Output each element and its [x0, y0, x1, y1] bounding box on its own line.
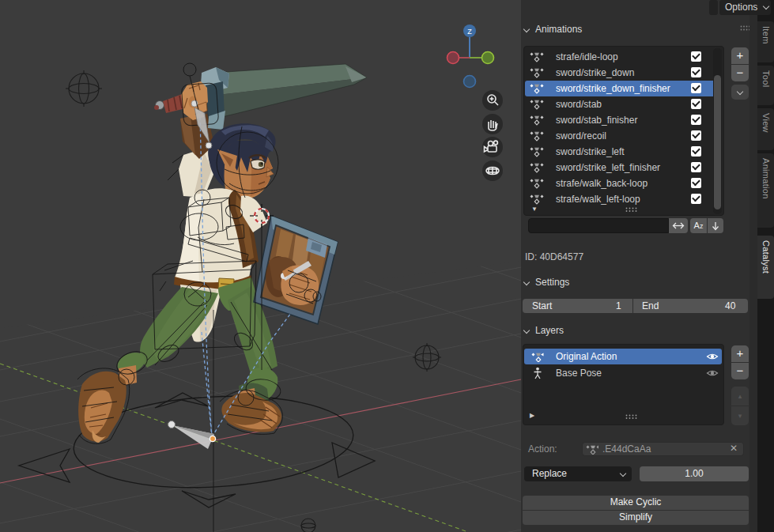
svg-text:Z: Z [467, 28, 472, 36]
